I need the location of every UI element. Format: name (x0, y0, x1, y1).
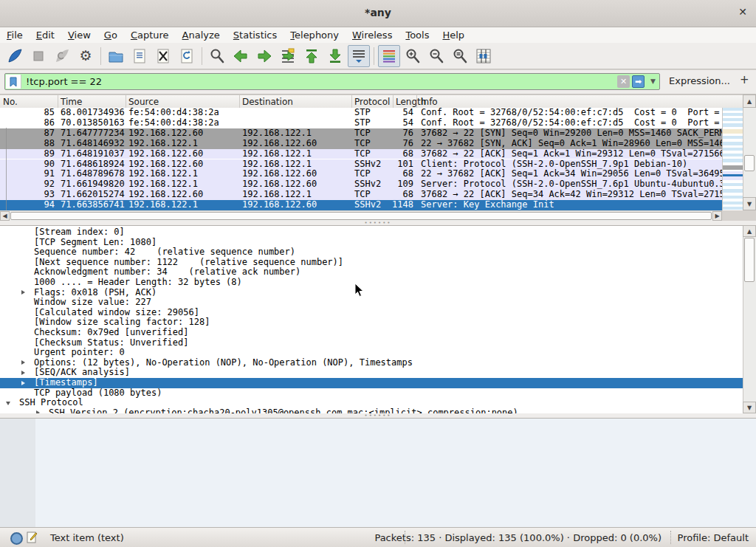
cell-dst: 192.168.122.1 (242, 149, 312, 159)
menu-analyze[interactable]: Analyze (176, 28, 227, 42)
detail-line[interactable]: Sequence number: 42 (relative sequence n… (0, 247, 743, 258)
colorize-icon[interactable] (378, 45, 400, 67)
column-header-destination[interactable]: Destination (242, 97, 293, 107)
detail-line[interactable]: [Stream index: 0] (0, 227, 743, 238)
capture-start-icon[interactable] (4, 45, 26, 67)
packet-row[interactable]: 8568.001734936fe:54:00:d4:38:2aSTP54Conf… (0, 108, 743, 118)
detail-scroll-up-button[interactable]: ▲ (743, 225, 756, 237)
column-header-time[interactable]: Time (61, 97, 82, 107)
zoom-in-icon[interactable] (402, 45, 424, 67)
packet-row[interactable]: 9171.648789678192.168.122.1192.168.122.6… (0, 169, 743, 179)
packet-list-hscroll-thumb[interactable] (10, 212, 712, 220)
column-divider[interactable] (239, 95, 240, 109)
file-close-icon[interactable] (152, 45, 174, 67)
close-button[interactable]: ✕ (735, 6, 750, 18)
menu-go[interactable]: Go (97, 28, 124, 42)
detail-line[interactable]: [Next sequence number: 1122 (relative se… (0, 258, 743, 268)
expand-arrow-icon[interactable] (21, 290, 25, 295)
filter-clear-button[interactable]: ✕ (617, 75, 630, 88)
expand-arrow-icon[interactable] (21, 381, 25, 385)
find-packet-icon[interactable] (206, 45, 228, 67)
packet-list-vscrollbar[interactable] (743, 108, 756, 197)
capture-restart-icon[interactable] (51, 45, 73, 67)
file-reload-icon[interactable] (176, 45, 198, 67)
detail-line[interactable]: 1000 .... = Header Length: 32 bytes (8) (0, 278, 743, 288)
file-save-icon[interactable] (128, 45, 151, 67)
expand-arrow-icon[interactable] (21, 371, 25, 375)
menu-view[interactable]: View (61, 28, 97, 42)
filter-apply-button[interactable]: ➡ (632, 75, 645, 88)
zoom-100-icon[interactable] (449, 45, 471, 67)
packet-list-vscroll-thumb[interactable] (744, 155, 755, 171)
column-divider[interactable] (351, 95, 352, 109)
autoscroll-icon[interactable] (348, 45, 370, 67)
detail-line[interactable]: [Timestamps] (0, 378, 743, 388)
go-top-icon[interactable] (300, 45, 323, 67)
detail-line[interactable]: Urgent pointer: 0 (0, 348, 743, 358)
detail-line[interactable]: [SEQ/ACK analysis] (0, 368, 743, 378)
detail-line[interactable]: Checksum: 0x79ed [unverified] (0, 328, 743, 338)
detail-line[interactable]: Options: (12 bytes), No-Operation (NOP),… (0, 358, 743, 368)
menu-statistics[interactable]: Statistics (227, 28, 284, 42)
menu-help[interactable]: Help (436, 28, 471, 42)
expand-arrow-icon[interactable] (21, 360, 25, 365)
go-forward-icon[interactable] (253, 45, 275, 67)
filter-input[interactable]: !tcp.port == 22 (26, 76, 102, 87)
display-filter-field[interactable]: !tcp.port == 22 ✕ ➡ ▼ (4, 73, 660, 90)
packet-row[interactable]: 9071.648618924192.168.122.60192.168.122.… (0, 159, 743, 170)
menu-capture[interactable]: Capture (124, 28, 176, 42)
go-to-packet-icon[interactable] (277, 45, 299, 67)
menu-file[interactable]: File (0, 28, 30, 42)
resize-columns-icon[interactable] (472, 45, 495, 67)
detail-line[interactable]: Flags: 0x018 (PSH, ACK) (0, 288, 743, 298)
detail-line[interactable]: Acknowledgment number: 34 (relative ack … (0, 267, 743, 278)
menu-wireless[interactable]: Wireless (346, 28, 399, 42)
detail-line[interactable]: SSH Protocol (0, 398, 743, 408)
menu-tools[interactable]: Tools (399, 28, 436, 42)
menu-telephony[interactable]: Telephony (284, 28, 346, 42)
expression-button[interactable]: Expression... (669, 75, 730, 86)
scroll-left-button[interactable]: ◀ (0, 211, 10, 221)
column-header-protocol[interactable]: Protocol (354, 97, 390, 107)
collapse-arrow-icon[interactable] (6, 402, 10, 405)
scroll-up-button[interactable]: ▲ (743, 94, 756, 108)
zoom-out-icon[interactable] (425, 45, 447, 67)
column-header-info[interactable]: Info (421, 97, 438, 107)
packet-list-header[interactable]: No.TimeSourceDestinationProtocolLengthIn… (0, 94, 743, 109)
detail-line[interactable]: [Calculated window size: 29056] (0, 308, 743, 318)
detail-line[interactable]: [Window size scaling factor: 128] (0, 317, 743, 328)
packet-row[interactable]: 8971.648191037192.168.122.60192.168.122.… (0, 149, 743, 159)
capture-options-icon[interactable]: ⚙ (75, 45, 97, 67)
detail-vscroll-thumb[interactable] (744, 238, 755, 282)
capture-stop-icon[interactable] (27, 45, 49, 67)
filter-add-button[interactable]: + (740, 73, 749, 86)
column-divider[interactable] (393, 95, 394, 109)
packet-row[interactable]: 8771.647777234192.168.122.60192.168.122.… (0, 128, 743, 139)
intelligent-scrollbar-minimap[interactable] (722, 108, 743, 210)
filter-dropdown-caret[interactable]: ▼ (650, 78, 656, 85)
go-back-icon[interactable] (230, 45, 252, 67)
scroll-right-button[interactable]: ▶ (712, 211, 722, 221)
packet-row[interactable]: 8871.648146932192.168.122.1192.168.122.6… (0, 139, 743, 149)
column-divider[interactable] (126, 95, 126, 109)
detail-scroll-down-button[interactable]: ▼ (743, 402, 756, 413)
packet-row[interactable]: 8670.013850163fe:54:00:d4:38:2aSTP54Conf… (0, 118, 743, 128)
column-header-source[interactable]: Source (128, 97, 159, 107)
packet-row[interactable]: 9471.663856741192.168.122.1192.168.122.6… (0, 200, 743, 210)
packet-row[interactable]: 9371.662015274192.168.122.60192.168.122.… (0, 190, 743, 200)
column-header-no[interactable]: No. (3, 97, 18, 107)
status-profile[interactable]: Profile: Default (678, 532, 749, 543)
filter-bookmark-button[interactable] (6, 75, 21, 89)
column-divider[interactable] (416, 95, 417, 109)
detail-line[interactable]: TCP payload (1080 bytes) (0, 388, 743, 399)
detail-line[interactable]: Window size value: 227 (0, 297, 743, 308)
packet-row[interactable]: 9271.661949820192.168.122.1192.168.122.6… (0, 179, 743, 190)
go-bottom-icon[interactable] (324, 45, 346, 67)
column-divider[interactable] (58, 95, 58, 109)
titlebar[interactable]: *any ✕ (0, 0, 756, 27)
detail-line[interactable]: [Checksum Status: Unverified] (0, 338, 743, 348)
file-open-icon[interactable] (105, 45, 127, 67)
detail-line[interactable]: [TCP Segment Len: 1080] (0, 238, 743, 248)
scroll-down-button[interactable]: ▼ (743, 197, 756, 210)
menu-edit[interactable]: Edit (30, 28, 61, 42)
